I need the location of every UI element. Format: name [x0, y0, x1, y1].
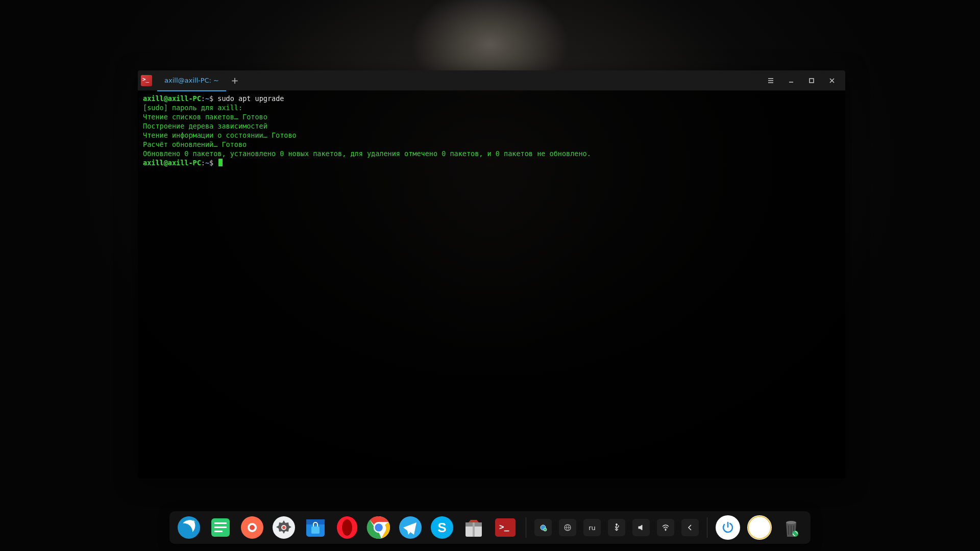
svg-point-11	[282, 526, 285, 529]
opera-icon	[335, 515, 359, 540]
tray-keyboard-layout[interactable]: ru	[583, 519, 601, 536]
svg-point-1	[178, 516, 200, 539]
maximize-button[interactable]	[801, 70, 822, 91]
output-line: Расчёт обновлений… Готово	[143, 140, 247, 148]
svg-rect-3	[214, 522, 227, 524]
titlebar[interactable]: axill@axill-PC: ~ +	[138, 70, 845, 91]
svg-point-33	[616, 524, 618, 525]
hamburger-icon	[767, 77, 774, 84]
usb-icon	[612, 523, 621, 532]
prompt-user-host: axill@axill-PC	[143, 159, 201, 167]
record-icon	[240, 515, 264, 540]
prompt-path: ~	[205, 159, 209, 167]
power-button[interactable]	[716, 515, 740, 540]
launcher-settings[interactable]	[272, 515, 296, 540]
launcher-skype[interactable]: S	[430, 515, 454, 540]
launcher-terminal[interactable]: >_	[493, 515, 518, 540]
trash-button[interactable]	[779, 515, 803, 540]
notes-icon	[208, 515, 233, 540]
clock-face-icon	[747, 515, 772, 540]
tab-title: axill@axill-PC: ~	[164, 77, 219, 84]
cursor	[218, 159, 223, 166]
tray-volume[interactable]	[632, 519, 650, 536]
keyboard-layout-label: ru	[589, 524, 596, 532]
tray-dot-icon	[539, 523, 547, 532]
deepin-logo-icon	[177, 515, 201, 540]
dock-separator	[707, 517, 707, 538]
telegram-icon	[398, 515, 423, 540]
maximize-icon	[808, 78, 815, 84]
terminal-window: axill@axill-PC: ~ + axill@axill-PC:~$ su…	[138, 70, 845, 479]
svg-text:>_: >_	[499, 522, 509, 532]
output-line: Чтение информации о состоянии… Готово	[143, 131, 297, 139]
launcher-telegram[interactable]	[398, 515, 423, 540]
close-button[interactable]	[822, 70, 842, 91]
command-text: sudo apt upgrade	[217, 94, 284, 103]
minimize-icon	[788, 78, 794, 84]
skype-icon: S	[430, 515, 454, 540]
terminal-icon: >_	[493, 515, 518, 540]
minimize-button[interactable]	[781, 70, 801, 91]
output-line: Обновлено 0 пакетов, установлено 0 новых…	[143, 149, 591, 158]
launcher-app-store[interactable]	[303, 515, 328, 540]
svg-point-37	[748, 516, 771, 539]
prompt-symbol: $	[209, 94, 213, 103]
prompt-symbol: $	[209, 159, 213, 167]
trash-icon	[779, 515, 803, 540]
tray-network[interactable]	[657, 519, 674, 536]
launcher-screen-recorder[interactable]	[240, 515, 264, 540]
globe-icon	[564, 523, 572, 532]
svg-rect-26	[473, 522, 475, 537]
prompt-path: ~	[205, 94, 209, 103]
output-line: [sudo] пароль для axill:	[143, 104, 242, 112]
gear-icon	[272, 515, 296, 540]
chevron-left-icon	[686, 523, 694, 532]
svg-point-38	[786, 521, 796, 524]
prompt-user-host: axill@axill-PC	[143, 94, 201, 103]
svg-point-34	[665, 530, 666, 531]
launcher-notes[interactable]	[208, 515, 233, 540]
svg-rect-14	[311, 527, 320, 534]
tray-collapse[interactable]	[681, 519, 699, 536]
dock: S >_ ru	[169, 511, 811, 544]
clock-button[interactable]: 03:31	[747, 515, 772, 540]
tab-active[interactable]: axill@axill-PC: ~	[157, 71, 226, 91]
hamburger-menu-button[interactable]	[761, 70, 781, 91]
tray-usb[interactable]	[608, 519, 625, 536]
launcher-opera[interactable]	[335, 515, 359, 540]
launcher-deepin[interactable]	[177, 515, 201, 540]
store-icon	[303, 515, 328, 540]
svg-text:S: S	[437, 520, 446, 535]
wifi-icon	[662, 523, 670, 532]
power-icon	[721, 521, 734, 534]
tray-app-1[interactable]	[534, 519, 552, 536]
tray-app-2[interactable]	[559, 519, 576, 536]
output-line: Чтение списков пакетов… Готово	[143, 113, 267, 121]
svg-rect-5	[214, 531, 223, 532]
package-icon	[461, 515, 486, 540]
volume-icon	[637, 523, 645, 532]
output-line: Построение дерева зависимостей	[143, 122, 267, 130]
new-tab-button[interactable]: +	[226, 70, 243, 91]
svg-point-31	[544, 528, 547, 531]
svg-rect-4	[214, 527, 227, 528]
svg-point-8	[250, 525, 255, 530]
launcher-chrome[interactable]	[366, 515, 391, 540]
dock-separator	[526, 517, 526, 538]
launcher-package-installer[interactable]	[461, 515, 486, 540]
terminal-body[interactable]: axill@axill-PC:~$ sudo apt upgrade [sudo…	[138, 91, 845, 479]
chrome-icon	[366, 515, 391, 540]
terminal-app-icon	[141, 75, 152, 86]
svg-rect-0	[810, 79, 814, 83]
close-icon	[829, 78, 835, 84]
